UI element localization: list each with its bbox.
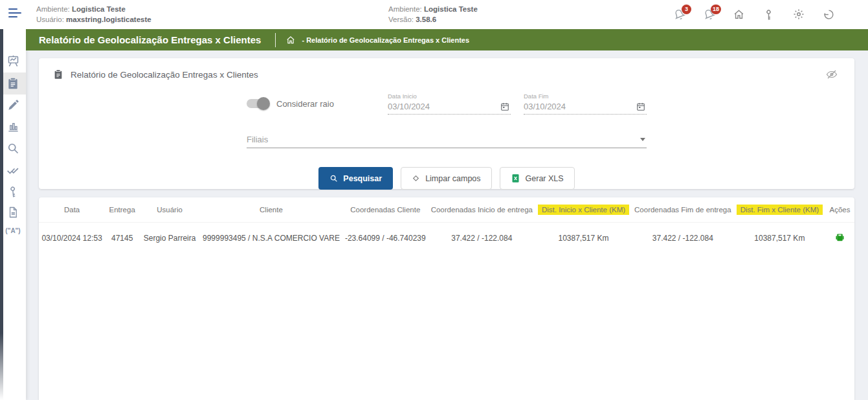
date-start-label: Data Inicio [388,93,511,100]
filter-card-title: Relatório de Geolocalização Entregas x C… [71,70,258,80]
menu-hamburger-icon[interactable] [8,8,23,20]
truck-icon[interactable] [834,232,845,243]
breadcrumb: - Relatório de Geolocalização Entregas x… [302,36,469,44]
clipboard-icon [6,77,19,90]
calendar-icon[interactable] [500,102,509,111]
col-header-date: Data [39,197,105,223]
sidebar-item-reports[interactable] [0,72,26,94]
search-button[interactable]: Pesquisar [318,167,393,190]
env-value: Logistica Teste [72,5,126,13]
bar-chart-icon [7,120,19,133]
environment-info: Ambiente: Logistica Teste Usuário: maxst… [36,5,151,25]
date-end-value[interactable]: 03/10/2024 [524,102,566,111]
sidebar-item-dashboard[interactable] [0,50,26,72]
notifications-bell-icon[interactable]: 3 [674,9,685,20]
search-icon [6,142,19,155]
branches-select[interactable]: Filiais [247,132,647,148]
toggle-knob[interactable] [257,97,270,110]
eye-off-icon[interactable] [826,69,838,80]
sidebar-item-charts[interactable] [0,116,26,137]
gear-icon[interactable] [793,8,805,20]
col-header-end-coords: Coordenadas Fim de entrega [632,197,734,223]
results-table-panel: Data Entrega Usuário Cliente Coordenadas… [39,197,854,400]
alerts-bell-icon[interactable]: 18 [704,9,715,20]
document-icon [7,206,19,218]
table-row: 03/10/2024 12:53 47145 Sergio Parreira 9… [39,223,854,254]
cell-delivery: 47145 [105,223,139,254]
date-end-field[interactable]: Data Fim 03/10/2024 [524,93,647,115]
branches-select-label: Filiais [247,135,268,144]
translate-icon: ("A") [5,227,20,234]
sidebar-item-search[interactable] [0,137,26,159]
col-header-dist-start: Dist. Inicio x Cliente (KM) [535,197,632,223]
notification-count-badge: 3 [682,5,691,14]
col-header-client-coords: Coordenadas Cliente [342,197,428,223]
date-start-field[interactable]: Data Inicio 03/10/2024 [388,93,511,115]
toggle-label: Considerar raio [276,99,334,109]
clipboard-icon [53,69,63,80]
sidebar-item-language[interactable]: ("A") [0,223,26,239]
cell-user: Sergio Parreira [139,223,200,254]
sidebar-item-access[interactable] [0,181,26,202]
version-info: Ambiente: Logistica Teste Versão: 3.58.6 [388,5,478,25]
cell-start-coords: 37.422 / -122.084 [428,223,535,254]
cell-dist-start: 10387,517 Km [535,223,632,254]
double-check-icon [6,164,19,177]
top-header-bar: Ambiente: Logistica Teste Usuário: maxst… [0,0,868,29]
table-header-row: Data Entrega Usuário Cliente Coordenadas… [39,197,854,223]
results-table: Data Entrega Usuário Cliente Coordenadas… [39,197,854,254]
cell-date: 03/10/2024 12:53 [39,223,105,254]
col-header-user: Usuário [139,197,200,223]
col-header-dist-end: Dist. Fim x Cliente (KM) [734,197,825,223]
sidebar-edge-strip [0,29,3,400]
home-icon[interactable] [733,9,744,20]
col-header-client: Cliente [200,197,342,223]
highlighted-header: Dist. Inicio x Cliente (KM) [538,205,629,215]
alert-count-badge: 18 [711,5,721,14]
search-button-label: Pesquisar [343,174,382,183]
highlighted-header: Dist. Fim x Cliente (KM) [737,205,823,215]
cell-client-coords: -23.64099 / -46.740239 [342,223,428,254]
col-header-start-coords: Coordenadas Inicio de entrega [428,197,535,223]
version-value: 3.58.6 [416,16,436,23]
cell-dist-end: 10387,517 Km [734,223,825,254]
key-icon [7,186,19,197]
date-end-label: Data Fim [524,93,647,100]
left-sidebar: ("A") [0,29,26,400]
clear-diamond-icon [412,174,420,183]
env-label: Ambiente: [36,5,70,13]
cell-end-coords: 37.422 / -122.084 [632,223,734,254]
calendar-icon[interactable] [636,102,645,111]
generate-xls-button[interactable]: Gerar XLS [500,167,575,190]
consider-radius-toggle[interactable]: Considerar raio [247,99,388,109]
user-label: Usuário: [36,16,64,23]
sidebar-item-approvals[interactable] [0,159,26,181]
toggle-track[interactable] [247,99,269,108]
excel-file-icon [511,173,520,183]
date-start-value[interactable]: 03/10/2024 [388,102,430,111]
logout-icon[interactable] [823,9,834,20]
user-value: maxstring.logisticateste [66,16,151,23]
page-title: Relatório de Geolocalização Entregas x C… [26,34,275,45]
sidebar-item-edit[interactable] [0,94,26,116]
presentation-chart-icon [6,54,20,68]
search-icon [329,174,338,183]
sidebar-item-documents[interactable] [0,202,26,223]
pencil-icon [7,99,19,111]
generate-xls-label: Gerar XLS [526,174,564,183]
env-value-2: Logistica Teste [424,5,478,13]
filter-panel: Relatório de Geolocalização Entregas x C… [39,58,854,189]
key-icon[interactable] [763,9,774,20]
breadcrumb-home-icon[interactable] [286,36,295,45]
col-header-delivery: Entrega [105,197,139,223]
cell-client: 9999993495 / N.S.A COMERCIO VARE [200,223,342,254]
clear-fields-label: Limpar campos [425,174,480,183]
clear-fields-button[interactable]: Limpar campos [401,167,491,190]
env-label-2: Ambiente: [388,5,422,13]
version-label: Versão: [388,16,414,23]
page-title-bar: Relatório de Geolocalização Entregas x C… [26,29,868,50]
title-divider [275,33,276,47]
cell-actions [825,223,854,254]
chevron-down-icon [640,138,645,141]
col-header-actions: Ações [825,197,854,223]
